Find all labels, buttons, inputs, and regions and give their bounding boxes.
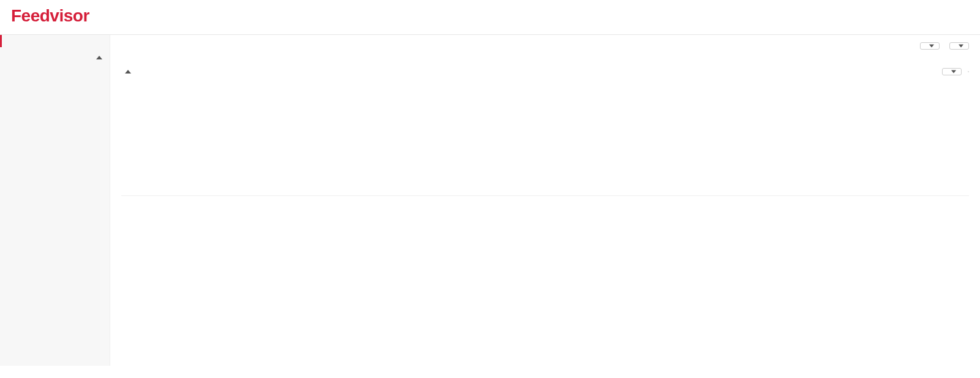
logo: Feedvisor (11, 6, 91, 26)
overtime-title[interactable] (121, 70, 131, 74)
chart-legend (121, 81, 969, 89)
header: Feedvisor (0, 0, 980, 26)
chevron-up-icon (96, 56, 102, 59)
chart-ylabel (121, 89, 124, 181)
main-content (110, 35, 980, 366)
chevron-up-icon (125, 70, 131, 74)
snapshot-controls (915, 42, 969, 50)
chart-area (121, 81, 969, 183)
sidebar (0, 35, 110, 366)
chart-xaxis (121, 181, 969, 183)
compared-select[interactable] (949, 42, 969, 50)
top-nav (0, 26, 980, 35)
sidebar-all-products[interactable] (0, 35, 110, 47)
viewby-select[interactable] (942, 68, 962, 75)
timeperiod-select[interactable] (920, 42, 940, 50)
line-chart[interactable] (127, 89, 969, 181)
sidebar-spotlights-header[interactable] (6, 51, 104, 64)
time-range-group (968, 71, 969, 72)
